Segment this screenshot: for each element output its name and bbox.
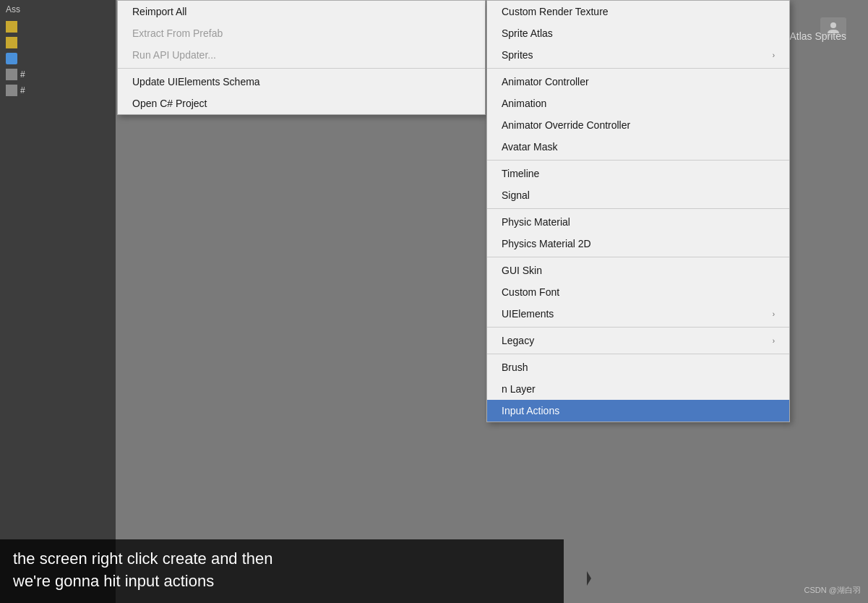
assets-panel-label: Ass — [0, 0, 116, 19]
separator-2 — [487, 68, 789, 69]
asset-label-4: # — [20, 69, 25, 80]
uielements-label: UIElements — [502, 308, 554, 320]
menu-item-physics-material-2d[interactable]: Physics Material 2D — [487, 233, 789, 255]
menu-item-animation[interactable]: Animation — [487, 93, 789, 114]
separator-1 — [118, 68, 485, 69]
hash-icon-1 — [6, 69, 17, 80]
menu-item-physic-material[interactable]: Physic Material — [487, 211, 789, 233]
menu-item-open-csharp[interactable]: Open C# Project — [118, 93, 485, 114]
separator-5 — [487, 257, 789, 257]
menu-item-sprites[interactable]: Sprites › — [487, 44, 789, 66]
separator-7 — [487, 354, 789, 354]
subtitle-line2: we're gonna hit input actions — [13, 570, 551, 593]
menu-item-brush[interactable]: Brush — [487, 356, 789, 378]
folder-icon — [6, 21, 17, 33]
menu-item-rendering-layer[interactable]: n Layer — [487, 378, 789, 400]
menu-item-custom-render-texture[interactable]: Custom Render Texture — [487, 1, 789, 22]
menu-item-custom-font[interactable]: Custom Font — [487, 281, 789, 303]
menu-item-legacy[interactable]: Legacy › — [487, 330, 789, 351]
separator-6 — [487, 327, 789, 328]
menu-item-update-uielements[interactable]: Update UIElements Schema — [118, 71, 485, 93]
menu-item-timeline[interactable]: Timeline — [487, 163, 789, 184]
svg-point-0 — [830, 22, 836, 28]
legacy-label: Legacy — [502, 335, 534, 346]
assets-panel: Ass # # — [0, 0, 116, 603]
context-menu-right: Custom Render Texture Sprite Atlas Sprit… — [486, 0, 790, 422]
asset-item-3[interactable] — [0, 51, 116, 67]
menu-item-run-api[interactable]: Run API Updater... — [118, 44, 485, 66]
menu-item-avatar-mask[interactable]: Avatar Mask — [487, 136, 789, 158]
script-icon — [6, 53, 17, 64]
legacy-arrow-icon: › — [773, 337, 775, 345]
menu-item-animator-override[interactable]: Animator Override Controller — [487, 114, 789, 136]
watermark: CSDN @湖白羽 — [804, 585, 861, 596]
sprites-arrow-icon: › — [773, 51, 775, 59]
context-menu-left: Reimport All Extract From Prefab Run API… — [117, 0, 486, 115]
menu-item-uielements[interactable]: UIElements › — [487, 303, 789, 325]
hash-icon-2 — [6, 85, 17, 96]
menu-item-extract-prefab[interactable]: Extract From Prefab — [118, 22, 485, 44]
menu-item-signal[interactable]: Signal — [487, 184, 789, 206]
subtitle-line1: the screen right click create and then — [13, 548, 551, 570]
menu-item-sprite-atlas[interactable]: Sprite Atlas — [487, 22, 789, 44]
folder-icon-2 — [6, 37, 17, 48]
menu-item-animator-controller[interactable]: Animator Controller — [487, 71, 789, 93]
sprites-label: Sprites — [502, 49, 533, 61]
asset-item-2[interactable] — [0, 35, 116, 51]
menu-item-gui-skin[interactable]: GUI Skin — [487, 260, 789, 281]
asset-item-4[interactable]: # — [0, 67, 116, 82]
menu-item-reimport-all[interactable]: Reimport All — [118, 1, 485, 22]
menu-item-input-actions[interactable]: Input Actions — [487, 400, 789, 422]
asset-item-1[interactable] — [0, 19, 116, 35]
mouse-cursor — [587, 571, 598, 586]
separator-4 — [487, 208, 789, 209]
uielements-arrow-icon: › — [773, 310, 775, 318]
separator-3 — [487, 160, 789, 161]
subtitle-bar: the screen right click create and then w… — [0, 539, 564, 603]
asset-label-5: # — [20, 85, 25, 95]
asset-item-5[interactable]: # — [0, 82, 116, 98]
